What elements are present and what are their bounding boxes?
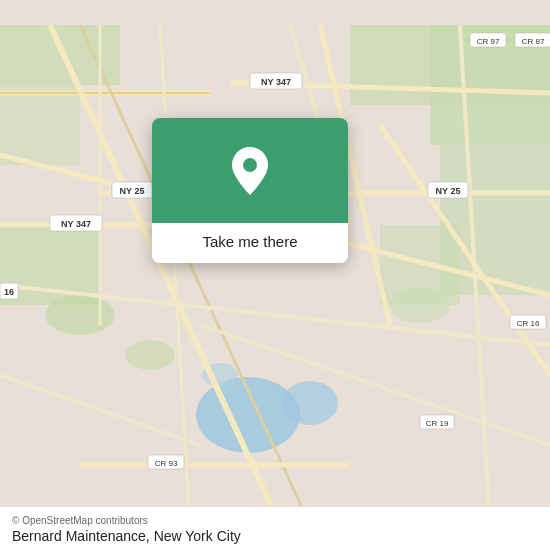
bottom-bar: © OpenStreetMap contributors Bernard Mai… <box>0 506 550 550</box>
take-me-there-button[interactable]: Take me there <box>164 233 336 250</box>
svg-rect-4 <box>0 85 80 165</box>
svg-point-9 <box>125 340 175 370</box>
place-name: Bernard Maintenance, New York City <box>12 528 538 544</box>
svg-point-12 <box>282 381 338 425</box>
svg-text:CR 93: CR 93 <box>155 459 178 468</box>
map-container: NY 347 NY 25 NY 25 NY 347 CR 97 CR 87 16… <box>0 0 550 550</box>
popup-footer: Take me there <box>152 223 348 263</box>
svg-text:NY 25: NY 25 <box>436 186 461 196</box>
svg-point-8 <box>45 295 115 335</box>
svg-text:NY 347: NY 347 <box>261 77 291 87</box>
svg-text:NY 25: NY 25 <box>120 186 145 196</box>
map-background: NY 347 NY 25 NY 25 NY 347 CR 97 CR 87 16… <box>0 0 550 550</box>
svg-text:CR 87: CR 87 <box>522 37 545 46</box>
svg-point-10 <box>390 287 450 323</box>
svg-text:CR 16: CR 16 <box>517 319 540 328</box>
map-attribution: © OpenStreetMap contributors <box>12 515 538 526</box>
map-pin-icon <box>228 145 272 197</box>
svg-text:CR 19: CR 19 <box>426 419 449 428</box>
svg-text:16: 16 <box>4 287 14 297</box>
popup-card: Take me there <box>152 118 348 263</box>
attribution-text: © OpenStreetMap contributors <box>12 515 148 526</box>
svg-text:CR 97: CR 97 <box>477 37 500 46</box>
svg-text:NY 347: NY 347 <box>61 219 91 229</box>
popup-green-header <box>152 118 348 223</box>
svg-point-53 <box>243 158 257 172</box>
